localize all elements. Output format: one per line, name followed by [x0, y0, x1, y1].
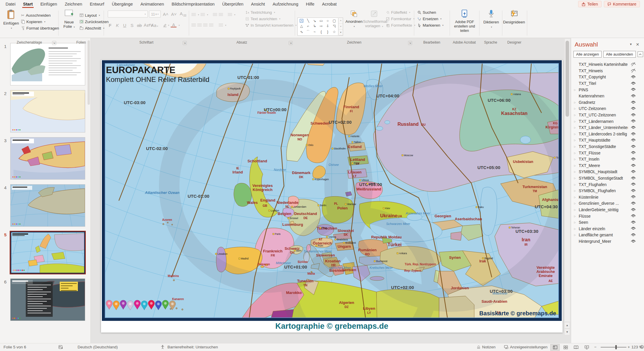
decrease-indent-icon[interactable]	[213, 13, 217, 16]
selection-item[interactable]: ▷TXT_SonstigeStädte	[571, 144, 644, 150]
previous-slide-button[interactable]: ▲	[564, 322, 570, 328]
selection-item[interactable]: ▷TXT_Ländercodes 2-stellig	[571, 131, 644, 137]
expand-icon[interactable]: ▷	[574, 101, 579, 104]
dictate-button[interactable]: Diktieren▾	[482, 9, 501, 29]
visibility-eye-icon[interactable]	[631, 87, 636, 92]
selection-item[interactable]: ▷Küstenlinie	[571, 194, 644, 200]
visibility-hidden-icon[interactable]	[631, 68, 636, 73]
selection-item[interactable]: Kartenrahmen	[571, 93, 644, 99]
selection-item-label[interactable]: TXT_Länder_Untereinheiten	[579, 125, 628, 130]
ribbon-tab-entwurf[interactable]: Entwurf	[86, 0, 108, 8]
ribbon-tab-animationen[interactable]: Animationen	[137, 0, 168, 8]
visibility-hidden-icon[interactable]	[631, 62, 636, 67]
visibility-eye-icon[interactable]	[631, 169, 636, 174]
visibility-eye-icon[interactable]	[631, 214, 636, 218]
visibility-eye-icon[interactable]	[631, 144, 636, 149]
slide[interactable]: UTC-03:00UTC-01:00UTC±00:00UTC-02:00UTC-…	[101, 60, 563, 333]
selection-item[interactable]: ▷Flüsse	[571, 213, 644, 219]
grow-font-button[interactable]: A˄	[163, 11, 169, 17]
visibility-eye-icon[interactable]	[631, 163, 636, 168]
shrink-font-button[interactable]: A˅	[171, 11, 177, 17]
zoom-out-button[interactable]: −	[594, 345, 597, 349]
text-shadow-button[interactable]: S	[129, 23, 135, 28]
selection-item-label[interactable]: TXT_Ländernamen	[579, 119, 614, 124]
selection-item-label[interactable]: LänderGebiete_strittig	[579, 208, 619, 212]
line-spacing-icon[interactable]	[228, 13, 232, 16]
ribbon-tab-start[interactable]: Start	[19, 0, 37, 8]
selection-item-label[interactable]: TXT_Flughafen	[579, 183, 607, 187]
layout-button[interactable]: Layout▾	[80, 12, 100, 18]
selection-item[interactable]: ▷Seen	[571, 219, 644, 226]
expand-icon[interactable]: ▷	[574, 234, 579, 236]
ribbon-tab-datei[interactable]: Datei	[2, 0, 19, 8]
comments-button[interactable]: Kommentare	[604, 1, 640, 7]
paragraph-dialog-launcher[interactable]: ⇲	[289, 41, 293, 45]
selection-item[interactable]: ▷TXT_Länder_Untereinheiten	[571, 125, 644, 131]
clear-format-button[interactable]: A⌫	[180, 11, 186, 17]
selection-item[interactable]: TXT_Hinweis	[571, 68, 644, 74]
design-ideas-button[interactable]: Designideen	[502, 9, 526, 24]
ribbon-tab-hilfe[interactable]: Hilfe	[302, 0, 318, 8]
selection-item-label[interactable]: TXT_Inseln	[579, 157, 600, 161]
shapes-gallery-scrollbar[interactable]: ˄˅▾	[339, 18, 343, 36]
selection-item[interactable]: ▷PINS	[571, 87, 644, 93]
selection-item[interactable]: ▷TXT_Ländernamen	[571, 118, 644, 125]
show-all-button[interactable]: Alle anzeigen	[573, 51, 602, 58]
visibility-eye-icon[interactable]	[631, 119, 636, 123]
expand-icon[interactable]: ▷	[574, 196, 579, 199]
slide-thumbnail-6[interactable]	[11, 279, 85, 321]
align-right-icon[interactable]	[203, 24, 208, 27]
selection-item[interactable]: ▷Länder einzeln	[571, 226, 644, 232]
ribbon-tab-bildschirmpräsentation[interactable]: Bildschirmpräsentation	[168, 0, 218, 8]
font-name-input[interactable]: ▾	[108, 11, 148, 18]
selection-item[interactable]: ▷Grenzlinien_diverse ...	[571, 200, 644, 207]
change-case-button[interactable]: Aa▾	[151, 23, 157, 28]
expand-icon[interactable]: ▷	[574, 114, 579, 116]
strikethrough-button[interactable]: ab	[136, 23, 142, 28]
bullets-icon[interactable]	[191, 13, 196, 16]
shape-fill-button[interactable]: Fülleffekt▾	[386, 9, 410, 15]
paste-button[interactable]: Einfügen▾	[2, 9, 20, 30]
expand-icon[interactable]: ▷	[574, 152, 579, 154]
shape-effects-button[interactable]: Formeffekte▾	[386, 22, 415, 28]
slide-thumbnail-5[interactable]	[11, 232, 85, 273]
selection-item[interactable]: ▷TXT_Hauptstädte	[571, 137, 644, 144]
expand-icon[interactable]: ▷	[574, 183, 579, 186]
align-center-icon[interactable]	[197, 24, 202, 27]
expand-icon[interactable]: ▷	[574, 215, 579, 218]
selection-item-label[interactable]: SYMBOL_Flughafen	[579, 189, 616, 193]
columns-icon[interactable]	[219, 24, 223, 27]
selection-item-label[interactable]: TXT_Hinweis Karteninhalte	[579, 62, 628, 67]
clipboard-dialog-launcher[interactable]: ⇲	[52, 41, 56, 45]
selection-item[interactable]: ▷SYMBOL_SonstigeStadt	[571, 175, 644, 182]
expand-icon[interactable]: ▷	[574, 177, 579, 180]
smartart-button[interactable]: In SmartArt konvertieren▾	[245, 22, 297, 28]
increase-indent-icon[interactable]	[219, 13, 223, 16]
adobe-pdf-button[interactable]: Adobe PDFerstellen und teilen	[452, 9, 477, 33]
selection-item-label[interactable]: TXT_Flüsse	[579, 151, 600, 155]
expand-icon[interactable]: ▷	[574, 158, 579, 161]
zoom-slider[interactable]	[601, 347, 626, 347]
slide-indicator[interactable]: Folie 5 von 6	[4, 345, 26, 349]
selection-item[interactable]: Hintergrund_Meer	[571, 238, 644, 245]
selection-item-label[interactable]: SYMBOL_SonstigeStadt	[579, 176, 623, 180]
visibility-eye-icon[interactable]	[631, 100, 636, 105]
font-dialog-launcher[interactable]: ⇲	[183, 41, 187, 45]
expand-icon[interactable]: ▷	[574, 107, 579, 110]
italic-button[interactable]: K	[114, 23, 120, 28]
thumbnail-scrollbar[interactable]	[88, 40, 90, 105]
selection-item-label[interactable]: Kartenrahmen	[579, 94, 604, 98]
selection-item[interactable]: ▷TXT_Flüsse	[571, 150, 644, 156]
replace-button[interactable]: bcErsetzen▾	[417, 16, 441, 22]
selection-item-label[interactable]: Hintergrund_Meer	[579, 239, 611, 244]
align-left-icon[interactable]	[191, 24, 196, 27]
visibility-eye-icon[interactable]	[631, 94, 636, 98]
visibility-eye-icon[interactable]	[631, 125, 636, 130]
zoom-in-button[interactable]: +	[628, 345, 630, 349]
ribbon-tab-zeichnen[interactable]: Zeichnen	[61, 0, 86, 8]
visibility-eye-icon[interactable]	[631, 233, 636, 237]
canvas-scrollbar[interactable]	[564, 39, 570, 321]
selection-item-label[interactable]: Gradnetz	[579, 100, 595, 105]
visibility-eye-icon[interactable]	[631, 106, 636, 111]
char-spacing-button[interactable]: A⇄V	[144, 23, 150, 28]
